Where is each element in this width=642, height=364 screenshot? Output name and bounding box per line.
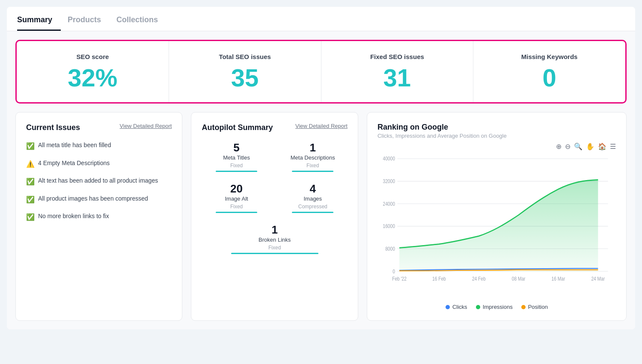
impressions-dot [476, 305, 480, 309]
svg-text:Feb '22: Feb '22 [392, 276, 407, 281]
zoom-out-icon[interactable]: ⊖ [565, 142, 571, 151]
autopilot-meta-descriptions-bar [292, 171, 333, 172]
stat-missing-keywords: Missing Keywords 0 [473, 41, 625, 102]
autopilot-image-alt: 20 Image Alt Fixed [202, 182, 271, 213]
issues-header: Current Issues View Detailed Report [26, 123, 172, 133]
issues-view-report[interactable]: View Detailed Report [120, 123, 172, 129]
stat-total-issues-value: 35 [178, 65, 312, 90]
chart-area: 40000 32000 24000 16000 8000 0 Feb '22 1… [377, 154, 616, 299]
tab-collections[interactable]: Collections [116, 12, 166, 31]
stat-seo-score-value: 32% [25, 65, 160, 90]
ranking-chart: 40000 32000 24000 16000 8000 0 Feb '22 1… [377, 154, 616, 299]
stat-fixed-issues-value: 31 [330, 65, 465, 90]
svg-text:08 Mar: 08 Mar [512, 276, 526, 281]
issue-text-5: No more broken links to fix [38, 212, 109, 221]
search-icon[interactable]: 🔍 [574, 142, 583, 151]
main-content: SEO score 32% Total SEO issues 35 Fixed … [7, 31, 635, 329]
issues-title: Current Issues [26, 123, 80, 133]
autopilot-meta-titles-bar [216, 171, 257, 172]
svg-text:24 Mar: 24 Mar [591, 276, 605, 281]
autopilot-image-alt-status: Fixed [202, 204, 271, 210]
tab-products[interactable]: Products [68, 12, 110, 31]
issue-text-3: Alt text has been added to all product i… [38, 177, 158, 185]
page-wrapper: Summary Products Collections SEO score 3… [7, 7, 635, 329]
issue-item-5: ✅ No more broken links to fix [26, 212, 172, 222]
autopilot-images-bar [292, 212, 333, 213]
home-icon[interactable]: 🏠 [598, 142, 606, 151]
position-label: Position [528, 304, 548, 310]
check-icon-3: ✅ [26, 195, 35, 204]
issue-text-1: All meta title has been filled [38, 141, 111, 150]
autopilot-images-number: 4 [278, 182, 348, 195]
svg-text:24 Feb: 24 Feb [472, 276, 486, 281]
svg-text:8000: 8000 [385, 246, 395, 252]
autopilot-meta-titles-status: Fixed [202, 163, 271, 169]
stat-seo-score-label: SEO score [25, 53, 160, 60]
issues-card: Current Issues View Detailed Report ✅ Al… [15, 112, 182, 321]
tab-summary[interactable]: Summary [17, 12, 61, 31]
autopilot-card: Autopilot Summary View Detailed Report 5… [191, 112, 358, 321]
autopilot-broken-links: 1 Broken Links Fixed [202, 223, 347, 254]
stat-total-issues: Total SEO issues 35 [169, 41, 321, 102]
svg-text:24000: 24000 [383, 201, 395, 207]
legend-clicks: Clicks [446, 304, 467, 310]
autopilot-meta-descriptions-status: Fixed [278, 163, 348, 169]
autopilot-header: Autopilot Summary View Detailed Report [202, 123, 347, 133]
issue-text-4: All product images has been compressed [38, 195, 148, 203]
autopilot-broken-links-number: 1 [202, 223, 347, 237]
autopilot-meta-titles-name: Meta Titles [202, 154, 271, 161]
stat-seo-score: SEO score 32% [17, 41, 169, 102]
autopilot-broken-links-bar [231, 253, 318, 254]
svg-text:16 Feb: 16 Feb [432, 276, 446, 281]
autopilot-images: 4 Images Compressed [278, 182, 348, 213]
autopilot-view-report[interactable]: View Detailed Report [295, 123, 348, 129]
legend-position: Position [521, 304, 548, 310]
autopilot-grid: 5 Meta Titles Fixed 1 Meta Descriptions … [202, 141, 347, 254]
autopilot-meta-titles: 5 Meta Titles Fixed [202, 141, 271, 172]
issue-text-2: 4 Empty Meta Descriptions [38, 159, 110, 168]
menu-icon[interactable]: ☰ [610, 142, 616, 151]
stat-missing-keywords-value: 0 [482, 65, 617, 90]
cards-row: Current Issues View Detailed Report ✅ Al… [15, 112, 627, 321]
stat-fixed-issues: Fixed SEO issues 31 [321, 41, 474, 102]
autopilot-image-alt-number: 20 [202, 182, 271, 195]
impressions-area [399, 180, 598, 271]
clicks-label: Clicks [452, 304, 467, 310]
warning-icon-1: ⚠️ [26, 160, 35, 169]
autopilot-title: Autopilot Summary [202, 123, 273, 133]
ranking-title: Ranking on Google [377, 123, 616, 132]
issue-item-4: ✅ All product images has been compressed [26, 195, 172, 204]
autopilot-meta-descriptions-number: 1 [278, 141, 348, 154]
autopilot-image-alt-bar [216, 212, 257, 213]
autopilot-images-status: Compressed [278, 204, 348, 210]
stat-total-issues-label: Total SEO issues [178, 53, 312, 60]
zoom-in-icon[interactable]: ⊕ [556, 142, 562, 151]
autopilot-meta-titles-number: 5 [202, 141, 271, 154]
svg-text:32000: 32000 [383, 178, 395, 184]
legend-impressions: Impressions [476, 304, 513, 310]
ranking-card: Ranking on Google Clicks, Impressions an… [367, 112, 627, 321]
chart-controls: ⊕ ⊖ 🔍 ✋ 🏠 ☰ [377, 142, 616, 151]
autopilot-image-alt-name: Image Alt [202, 195, 271, 202]
stat-fixed-issues-label: Fixed SEO issues [330, 53, 465, 60]
autopilot-meta-descriptions: 1 Meta Descriptions Fixed [278, 141, 348, 172]
ranking-header: Ranking on Google Clicks, Impressions an… [377, 123, 616, 139]
issue-item-2: ⚠️ 4 Empty Meta Descriptions [26, 159, 172, 169]
issue-item-1: ✅ All meta title has been filled [26, 141, 172, 151]
check-icon-1: ✅ [26, 142, 35, 151]
stats-row: SEO score 32% Total SEO issues 35 Fixed … [15, 40, 627, 104]
check-icon-2: ✅ [26, 177, 35, 186]
pan-icon[interactable]: ✋ [586, 142, 594, 151]
check-icon-4: ✅ [26, 213, 35, 222]
stat-missing-keywords-label: Missing Keywords [482, 53, 617, 60]
ranking-subtitle: Clicks, Impressions and Average Position… [377, 133, 616, 139]
svg-text:0: 0 [392, 269, 395, 274]
impressions-label: Impressions [483, 304, 513, 310]
position-dot [521, 305, 526, 309]
autopilot-meta-descriptions-name: Meta Descriptions [278, 154, 348, 161]
autopilot-broken-links-status: Fixed [202, 245, 347, 251]
clicks-dot [446, 305, 450, 309]
chart-legend: Clicks Impressions Position [377, 304, 616, 310]
svg-text:16000: 16000 [383, 223, 395, 229]
svg-text:16 Mar: 16 Mar [551, 276, 565, 281]
